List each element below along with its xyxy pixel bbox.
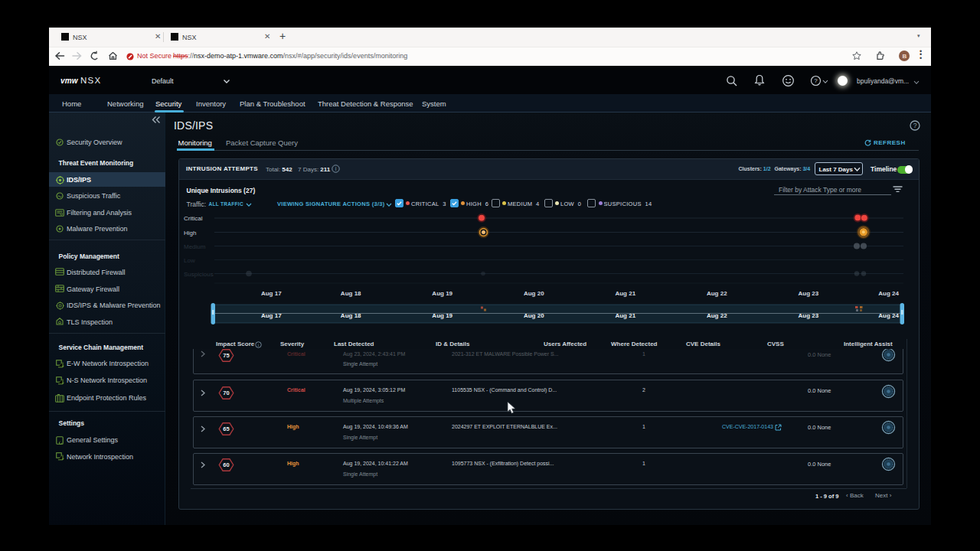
svg-text:60: 60 (223, 461, 229, 468)
svg-text:Suspicious: Suspicious (184, 271, 214, 278)
svg-text:75: 75 (223, 352, 229, 359)
svg-text:Aug 24: Aug 24 (878, 290, 899, 297)
svg-text:Aug 21: Aug 21 (615, 290, 635, 297)
svg-text:Aug 23: Aug 23 (799, 312, 819, 319)
svg-text:Aug 22: Aug 22 (707, 290, 727, 297)
svg-text:Aug 20: Aug 20 (524, 290, 544, 297)
svg-text:High: High (184, 230, 196, 236)
svg-text:Medium: Medium (184, 243, 206, 250)
svg-text:Low: Low (184, 257, 195, 264)
svg-text:?: ? (913, 122, 917, 129)
svg-text:Aug 24: Aug 24 (878, 312, 899, 319)
svg-text:Critical: Critical (184, 215, 203, 222)
svg-text:Aug 20: Aug 20 (524, 312, 544, 319)
svg-text:Aug 19: Aug 19 (432, 290, 452, 297)
svg-text:Aug 23: Aug 23 (799, 290, 819, 297)
svg-text:i: i (258, 342, 259, 347)
svg-text:Aug 17: Aug 17 (261, 290, 282, 297)
svg-text:?: ? (814, 77, 818, 84)
svg-text:Aug 18: Aug 18 (341, 290, 361, 297)
svg-text:Aug 17: Aug 17 (261, 312, 282, 319)
svg-text:Aug 18: Aug 18 (341, 312, 361, 319)
svg-text:i: i (335, 165, 337, 172)
svg-text:Aug 21: Aug 21 (615, 312, 635, 319)
svg-text:70: 70 (223, 390, 229, 396)
svg-text:Aug 19: Aug 19 (432, 312, 452, 319)
svg-text:Aug 22: Aug 22 (707, 312, 727, 319)
svg-text:65: 65 (223, 425, 229, 432)
